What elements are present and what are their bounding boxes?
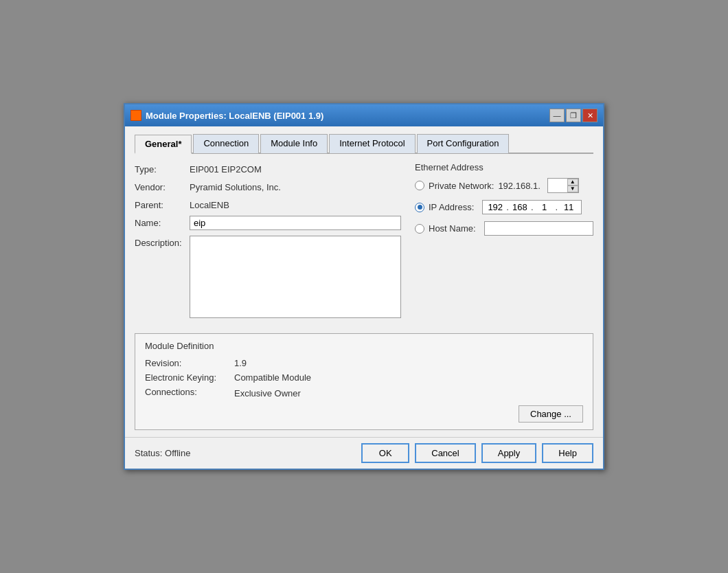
- vendor-value: Pyramid Solutions, Inc.: [190, 180, 281, 192]
- private-network-row: Private Network: 192.168.1. ▲ ▼: [415, 178, 593, 193]
- tab-general[interactable]: General*: [135, 135, 192, 154]
- ip-seg1-input[interactable]: [486, 202, 505, 212]
- module-properties-window: Module Properties: LocalENB (EIP001 1.9)…: [124, 103, 604, 470]
- ip-seg3-input[interactable]: [535, 202, 554, 212]
- host-name-radio[interactable]: [415, 224, 424, 234]
- ip-address-row: IP Address: . . .: [415, 200, 593, 214]
- tab-bar: General* Connection Module Info Internet…: [135, 133, 593, 154]
- description-textarea[interactable]: [190, 236, 401, 318]
- status-bar: Status: Offline OK Cancel Apply Help: [125, 437, 603, 469]
- module-def-title: Module Definition: [145, 341, 583, 351]
- electronic-keying-row: Electronic Keying: Compatible Module: [145, 372, 583, 383]
- name-row: Name:: [135, 216, 401, 230]
- revision-value: 1.9: [234, 358, 247, 368]
- bottom-buttons: OK Cancel Apply Help: [361, 443, 593, 463]
- type-value: EIP001 EIP2COM: [190, 162, 262, 175]
- host-name-input[interactable]: [484, 221, 593, 236]
- description-row: Description:: [135, 236, 401, 318]
- ip-address-radio[interactable]: [415, 203, 424, 212]
- change-button[interactable]: Change ...: [519, 405, 583, 423]
- ip-address-label: IP Address:: [429, 202, 474, 212]
- name-label: Name:: [135, 216, 190, 228]
- left-section: Type: EIP001 EIP2COM Vendor: Pyramid Sol…: [135, 162, 401, 324]
- vendor-label: Vendor:: [135, 180, 190, 192]
- module-definition-group: Module Definition Revision: 1.9 Electron…: [135, 333, 593, 430]
- close-button[interactable]: ✕: [582, 109, 598, 122]
- ip-dot-3: .: [556, 202, 558, 212]
- host-name-row: Host Name:: [415, 221, 593, 236]
- restore-button[interactable]: ❐: [566, 109, 581, 122]
- private-ip-prefix: 192.168.1.: [498, 181, 540, 191]
- ip-dot-2: .: [531, 202, 534, 212]
- ip-seg4-input[interactable]: [559, 202, 578, 212]
- tab-module-info[interactable]: Module Info: [260, 134, 328, 153]
- spinner-down[interactable]: ▼: [567, 186, 578, 192]
- parent-row: Parent: LocalENB: [135, 198, 401, 210]
- type-label: Type:: [135, 162, 190, 175]
- electronic-keying-label: Electronic Keying:: [145, 372, 234, 383]
- status-label: Status:: [135, 448, 162, 458]
- status-area: Status: Offline: [135, 448, 190, 458]
- window-controls: — ❐ ✕: [549, 109, 598, 122]
- private-network-input[interactable]: [548, 180, 567, 192]
- ethernet-section: Ethernet Address Private Network: 192.16…: [415, 162, 593, 324]
- spinner-buttons: ▲ ▼: [567, 179, 578, 192]
- description-label: Description:: [135, 236, 190, 248]
- tab-connection[interactable]: Connection: [193, 134, 259, 153]
- cancel-button[interactable]: Cancel: [415, 443, 475, 463]
- connections-label: Connections:: [145, 387, 234, 397]
- form-section: Type: EIP001 EIP2COM Vendor: Pyramid Sol…: [135, 162, 593, 324]
- ip-dot-1: .: [506, 202, 509, 212]
- name-input[interactable]: [190, 216, 401, 230]
- window-content: General* Connection Module Info Internet…: [125, 126, 603, 437]
- type-row: Type: EIP001 EIP2COM: [135, 162, 401, 175]
- ethernet-address-group: Ethernet Address Private Network: 192.16…: [415, 162, 593, 236]
- revision-row: Revision: 1.9: [145, 358, 583, 368]
- electronic-keying-value: Compatible Module: [234, 372, 311, 383]
- ethernet-title: Ethernet Address: [415, 162, 593, 172]
- help-button[interactable]: Help: [542, 443, 593, 463]
- change-btn-row: Change ...: [145, 405, 583, 423]
- tab-port-configuration[interactable]: Port Configuration: [417, 134, 510, 153]
- module-icon: [130, 110, 141, 121]
- tab-internet-protocol[interactable]: Internet Protocol: [329, 134, 415, 153]
- revision-label: Revision:: [145, 358, 234, 368]
- connections-row: Connections: Exclusive Owner: [145, 387, 583, 398]
- ip-input-group: . . .: [482, 200, 582, 214]
- status-value: Offline: [165, 448, 190, 458]
- spinner-up[interactable]: ▲: [567, 179, 578, 186]
- ip-seg2-input[interactable]: [510, 202, 530, 212]
- window-title: Module Properties: LocalENB (EIP001 1.9): [146, 111, 323, 121]
- private-network-radio[interactable]: [415, 181, 424, 190]
- parent-label: Parent:: [135, 198, 190, 210]
- private-network-label: Private Network:: [429, 181, 494, 191]
- connections-value: Exclusive Owner: [234, 388, 301, 398]
- parent-value: LocalENB: [190, 198, 229, 210]
- vendor-row: Vendor: Pyramid Solutions, Inc.: [135, 180, 401, 192]
- minimize-button[interactable]: —: [549, 109, 565, 122]
- ok-button[interactable]: OK: [361, 443, 409, 463]
- apply-button[interactable]: Apply: [481, 443, 537, 463]
- host-name-label: Host Name:: [429, 223, 476, 234]
- title-bar: Module Properties: LocalENB (EIP001 1.9)…: [125, 104, 603, 126]
- title-bar-left: Module Properties: LocalENB (EIP001 1.9): [130, 110, 323, 121]
